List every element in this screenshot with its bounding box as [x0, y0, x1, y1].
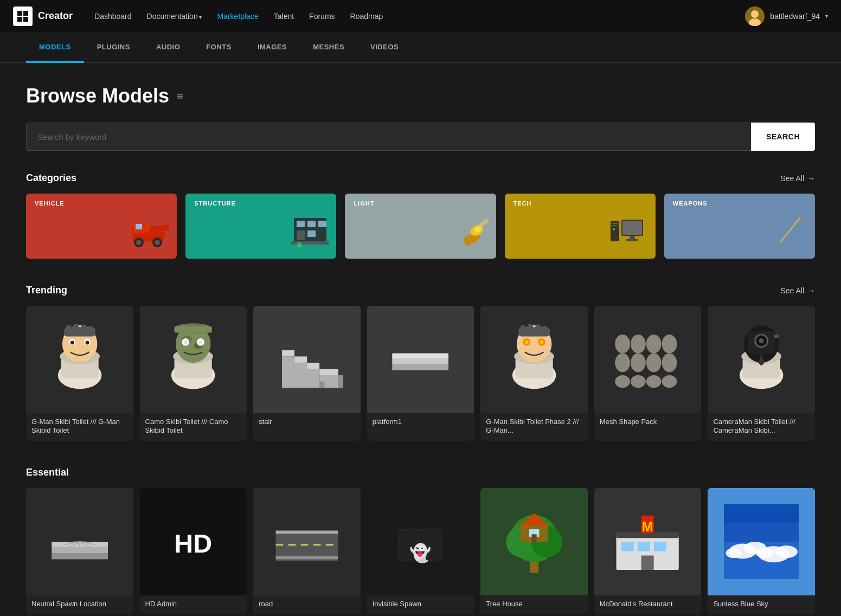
logo-text: Creator	[38, 10, 73, 22]
list-item[interactable]: Mesh Shape Pack	[594, 306, 702, 441]
svg-rect-70	[282, 356, 294, 388]
svg-point-153	[726, 548, 741, 558]
search-button[interactable]: SEARCH	[751, 123, 815, 151]
svg-rect-145	[654, 542, 666, 551]
tab-plugins[interactable]: PLUGINS	[84, 33, 143, 63]
svg-rect-62	[175, 326, 212, 333]
svg-rect-146	[641, 556, 654, 570]
tab-audio[interactable]: AUDIO	[143, 33, 193, 63]
list-item[interactable]: Neutral Spawn Location	[26, 488, 133, 614]
category-structure[interactable]: STRUCTURE	[185, 194, 336, 259]
trending-see-all[interactable]: See All →	[780, 286, 815, 295]
username: battledwarf_94	[770, 12, 820, 21]
svg-point-44	[70, 341, 74, 344]
svg-point-89	[615, 335, 631, 354]
svg-rect-128	[275, 530, 338, 534]
essential-header: Essential	[26, 467, 815, 478]
item-name: McDonald's Restaurant	[600, 600, 696, 609]
vehicle-illustration	[129, 215, 172, 254]
nav-marketplace[interactable]: Marketplace	[217, 12, 258, 21]
user-area[interactable]: battledwarf_94 ▾	[745, 7, 828, 26]
list-item[interactable]: M McDonald's Restaurant	[594, 488, 702, 614]
search-input[interactable]	[26, 123, 751, 151]
light-illustration	[448, 215, 492, 254]
tab-videos[interactable]: VIDEOS	[357, 33, 412, 63]
item-name: platform1	[373, 418, 469, 427]
tab-fonts[interactable]: FONTS	[193, 33, 245, 63]
nav-forums[interactable]: Forums	[309, 12, 335, 21]
svg-rect-48	[73, 324, 78, 331]
trending-grid: G-Man Skibi Toilet /// G-Man Skibid Toil…	[26, 306, 815, 441]
list-item[interactable]: 👻 Invisible Spawn	[367, 488, 474, 614]
filter-icon[interactable]: ≡	[177, 90, 183, 102]
svg-rect-75	[393, 353, 449, 358]
svg-rect-2	[17, 17, 22, 22]
svg-rect-49	[81, 324, 86, 332]
category-tabs: MODELS PLUGINS AUDIO FONTS IMAGES MESHES…	[0, 33, 841, 63]
item-thumbnail	[480, 306, 588, 413]
svg-rect-140	[531, 534, 536, 542]
weapons-illustration	[767, 215, 811, 254]
categories-see-all[interactable]: See All →	[780, 174, 815, 183]
svg-rect-3	[23, 17, 28, 22]
svg-rect-74	[393, 364, 449, 370]
list-item[interactable]: Tree House	[480, 488, 588, 614]
svg-rect-85	[521, 325, 525, 332]
tech-illustration	[608, 215, 651, 254]
trending-title: Trending	[26, 285, 67, 296]
top-nav: Creator Dashboard Documentation Marketpl…	[0, 0, 841, 33]
svg-point-100	[662, 375, 677, 388]
logo-area[interactable]: Creator	[13, 7, 73, 26]
svg-point-96	[662, 353, 677, 372]
category-vehicle[interactable]: VEHICLE	[26, 194, 177, 259]
list-item[interactable]: G-Man Skibi Toilet Phase 2 /// G-Man...	[480, 306, 588, 441]
nav-roadmap[interactable]: Roadmap	[350, 12, 383, 21]
svg-rect-113	[52, 553, 108, 560]
item-thumbnail	[253, 306, 361, 413]
main-content: Browse Models ≡ SEARCH Categories See Al…	[0, 63, 841, 616]
item-name: G-Man Skibi Toilet Phase 2 /// G-Man...	[486, 418, 582, 436]
svg-rect-65	[307, 363, 319, 369]
nav-talent[interactable]: Talent	[274, 12, 294, 21]
item-thumbnail	[708, 306, 815, 413]
svg-rect-157	[724, 504, 799, 523]
item-thumbnail	[367, 306, 474, 413]
svg-rect-71	[338, 375, 343, 388]
svg-rect-18	[318, 221, 326, 227]
tab-images[interactable]: IMAGES	[245, 33, 300, 63]
item-name: HD Admin	[145, 600, 242, 609]
svg-rect-14	[162, 225, 169, 230]
svg-point-95	[646, 353, 662, 372]
category-tech[interactable]: TECH	[505, 194, 656, 259]
list-item[interactable]: G-Man Skibi Toilet /// G-Man Skibid Toil…	[26, 306, 133, 441]
item-name: G-Man Skibi Toilet /// G-Man Skibid Toil…	[31, 418, 128, 436]
svg-point-90	[631, 335, 646, 354]
tab-models[interactable]: MODELS	[26, 33, 84, 63]
svg-rect-0	[17, 11, 22, 16]
list-item[interactable]: Sunless Blue Sky	[708, 488, 815, 614]
svg-point-93	[615, 353, 631, 372]
category-light[interactable]: LIGHT	[345, 194, 496, 259]
categories-header: Categories See All →	[26, 172, 815, 184]
svg-rect-9	[136, 224, 142, 229]
avatar	[745, 7, 765, 26]
list-item[interactable]: road	[253, 488, 361, 614]
svg-rect-68	[294, 363, 307, 388]
list-item[interactable]: platform1	[367, 306, 474, 441]
arrow-right-icon: →	[807, 174, 815, 183]
list-item[interactable]: CameraMan Skibi Toilet /// CameraMan Ski…	[708, 306, 815, 441]
svg-text:HD: HD	[174, 529, 212, 558]
svg-rect-72	[319, 381, 324, 388]
list-item[interactable]: Camo Skibi Toilet /// Camo Skibid Toilet	[140, 306, 247, 441]
tab-meshes[interactable]: MESHES	[300, 33, 357, 63]
item-thumbnail: HD	[140, 488, 247, 595]
list-item[interactable]: stair	[253, 306, 361, 441]
nav-documentation[interactable]: Documentation	[147, 12, 202, 21]
category-weapons[interactable]: WEAPONS	[664, 194, 815, 259]
svg-point-45	[85, 341, 89, 344]
svg-point-22	[297, 242, 302, 248]
structure-illustration	[288, 215, 332, 254]
nav-dashboard[interactable]: Dashboard	[94, 12, 132, 21]
svg-point-13	[155, 240, 160, 245]
list-item[interactable]: HD HD Admin	[140, 488, 247, 614]
